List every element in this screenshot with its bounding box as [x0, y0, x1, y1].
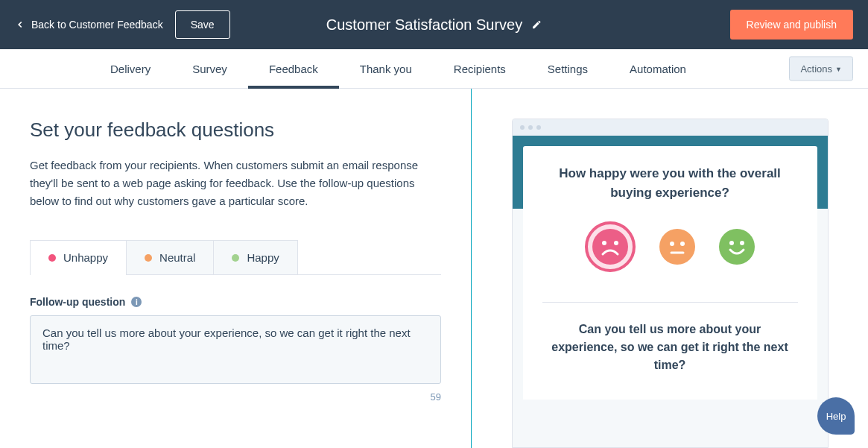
top-bar: Back to Customer Feedback Save Customer … — [0, 0, 868, 49]
save-button[interactable]: Save — [175, 10, 230, 39]
tab-feedback[interactable]: Feedback — [248, 49, 339, 89]
survey-followup-text: Can you tell us more about your experien… — [542, 321, 798, 374]
traffic-light-icon — [528, 125, 533, 130]
chevron-left-icon — [15, 19, 25, 30]
tab-thank-you[interactable]: Thank you — [339, 49, 433, 89]
sentiment-tab-label: Unhappy — [63, 251, 108, 264]
char-count: 59 — [30, 391, 441, 403]
sentiment-tab-happy[interactable]: Happy — [213, 240, 297, 274]
svg-point-10 — [740, 241, 744, 245]
svg-point-8 — [719, 229, 755, 265]
sentiment-tab-unhappy[interactable]: Unhappy — [30, 240, 127, 274]
sentiment-tab-neutral[interactable]: Neutral — [126, 240, 214, 274]
actions-label: Actions — [800, 63, 832, 75]
tab-automation[interactable]: Automation — [609, 49, 707, 89]
preview-hero: How happy were you with the overall buyi… — [513, 136, 828, 209]
edit-icon[interactable] — [531, 19, 542, 30]
caret-down-icon: ▼ — [835, 65, 842, 72]
svg-point-9 — [729, 241, 734, 245]
preview-panel: How happy were you with the overall buyi… — [472, 89, 868, 448]
back-label: Back to Customer Feedback — [31, 19, 163, 31]
svg-point-1 — [592, 229, 628, 265]
page-title: Customer Satisfaction Survey — [326, 16, 522, 34]
survey-card: How happy were you with the overall buyi… — [523, 146, 817, 400]
editor-panel: Set your feedback questions Get feedback… — [0, 89, 471, 448]
face-sad-icon[interactable] — [585, 221, 636, 272]
tab-delivery[interactable]: Delivery — [89, 49, 171, 89]
sentiment-tabs: Unhappy Neutral Happy — [30, 240, 441, 275]
svg-point-4 — [659, 229, 695, 265]
browser-chrome — [513, 119, 828, 136]
svg-point-5 — [670, 242, 674, 246]
traffic-light-icon — [536, 125, 541, 130]
tab-recipients[interactable]: Recipients — [433, 49, 527, 89]
svg-point-2 — [602, 241, 606, 245]
survey-question: How happy were you with the overall buyi… — [542, 164, 798, 202]
dot-icon-orange — [145, 254, 152, 262]
page-title-wrap: Customer Satisfaction Survey — [326, 16, 542, 34]
help-button[interactable]: Help — [817, 397, 855, 435]
dot-icon-green — [232, 254, 239, 262]
sentiment-tab-label: Neutral — [159, 251, 195, 264]
face-neutral-icon[interactable] — [659, 229, 695, 265]
actions-dropdown[interactable]: Actions ▼ — [789, 57, 853, 81]
followup-label: Follow-up question — [30, 296, 125, 308]
divider — [542, 302, 798, 303]
followup-question-input[interactable] — [30, 315, 441, 384]
content-area: Set your feedback questions Get feedback… — [0, 89, 868, 448]
rating-faces — [542, 221, 798, 272]
back-link[interactable]: Back to Customer Feedback — [15, 19, 163, 31]
preview-browser: How happy were you with the overall buyi… — [512, 119, 829, 448]
followup-label-row: Follow-up question i — [30, 296, 441, 308]
svg-point-3 — [614, 241, 618, 245]
tab-survey[interactable]: Survey — [171, 49, 248, 89]
review-publish-button[interactable]: Review and publish — [730, 10, 853, 40]
sentiment-tab-label: Happy — [247, 251, 279, 264]
help-label: Help — [826, 411, 846, 422]
section-heading: Set your feedback questions — [30, 119, 441, 142]
dot-icon-red — [48, 254, 56, 262]
svg-point-6 — [680, 242, 685, 246]
tab-settings[interactable]: Settings — [527, 49, 609, 89]
nav-bar: Delivery Survey Feedback Thank you Recip… — [0, 49, 868, 89]
face-happy-icon[interactable] — [719, 229, 755, 265]
info-icon[interactable]: i — [131, 297, 142, 307]
section-description: Get feedback from your recipients. When … — [30, 157, 441, 210]
traffic-light-icon — [520, 125, 525, 130]
